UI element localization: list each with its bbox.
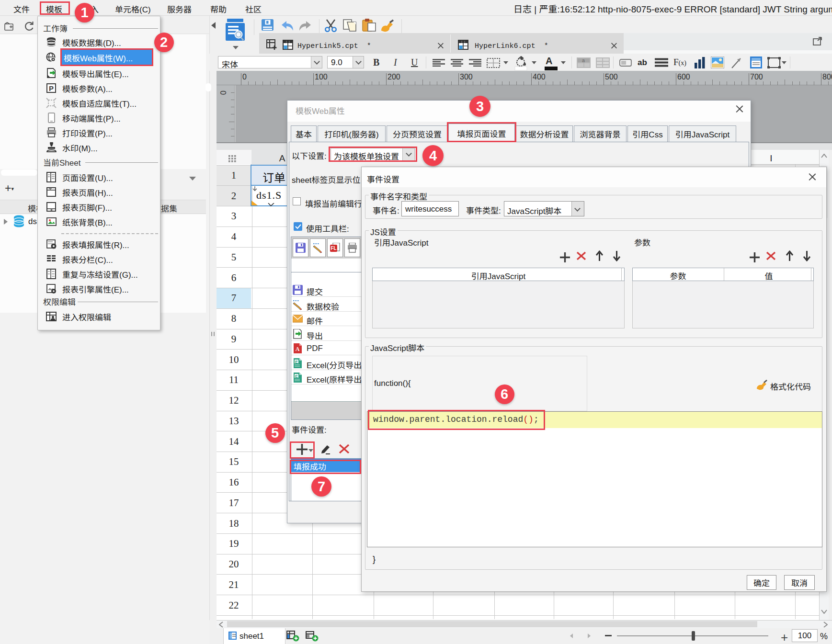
svg-text:FL: FL (331, 246, 336, 251)
svg-text:E: E (295, 359, 298, 364)
svg-text:E: E (295, 374, 298, 379)
svg-text:P: P (49, 84, 54, 92)
svg-text:A: A (296, 346, 300, 352)
svg-text:a: a (582, 58, 585, 63)
